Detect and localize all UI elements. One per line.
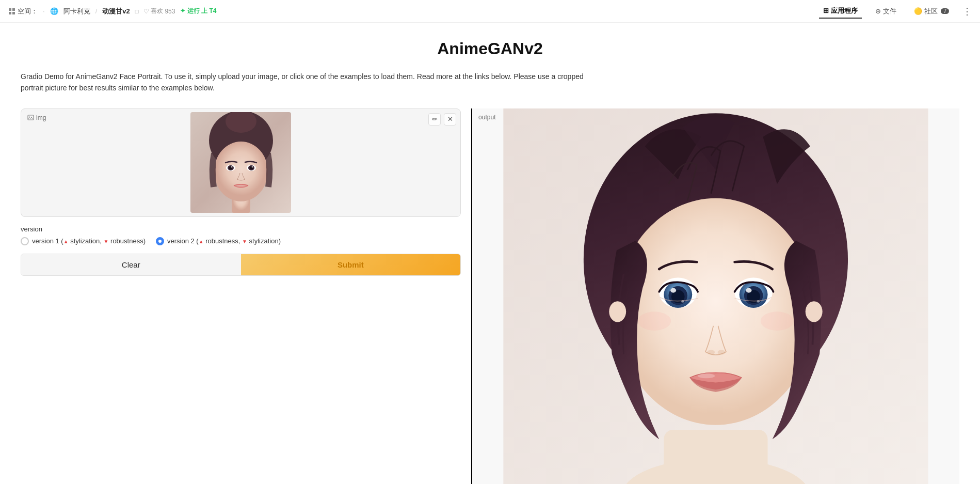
up-triangle-icon: ▲ <box>63 239 69 244</box>
up-triangle-icon-v2: ▲ <box>199 239 204 244</box>
output-label: output <box>478 114 495 121</box>
space-nav: 空间： <box>8 7 38 16</box>
heart-icon: ♡ <box>143 8 149 15</box>
close-icon: ✕ <box>447 115 453 123</box>
down-triangle-icon: ▼ <box>104 239 109 244</box>
nav-item-app[interactable]: ⊞ 应用程序 <box>819 4 862 19</box>
left-panel: img <box>21 108 471 484</box>
down-triangle-icon-v2: ▼ <box>242 239 247 244</box>
action-buttons: Clear Submit <box>21 254 461 276</box>
version2-radio[interactable] <box>156 237 164 245</box>
remove-image-button[interactable]: ✕ <box>444 113 456 126</box>
svg-rect-1 <box>12 8 15 11</box>
svg-point-40 <box>761 311 794 331</box>
svg-rect-3 <box>12 12 15 14</box>
app-name[interactable]: 动漫甘v2 <box>102 7 130 16</box>
image-upload-area[interactable]: img <box>21 108 461 217</box>
svg-point-39 <box>638 311 671 331</box>
topbar-left: 空间： · 🌐 阿卡利克 / 动漫甘v2 □ ♡ 喜欢 953 ✦ 运行 上 T… <box>8 7 216 16</box>
submit-button[interactable]: Submit <box>241 254 461 275</box>
edit-image-button[interactable]: ✏ <box>428 113 441 126</box>
like-label: 喜欢 <box>151 7 163 15</box>
main-content: AnimeGANv2 Gradio Demo for AnimeGanv2 Fa… <box>0 23 980 484</box>
upload-preview <box>21 109 460 216</box>
community-badge: 7 <box>941 8 949 14</box>
upload-controls: ✏ ✕ <box>428 113 456 126</box>
svg-point-10 <box>214 142 268 201</box>
version2-label: version 2 (▲ robustness, ▼ stylization) <box>167 237 281 245</box>
topbar-right: ⊞ 应用程序 ⊕ 文件 🟡 社区 7 ⋮ <box>819 4 972 19</box>
svg-point-28 <box>670 288 676 292</box>
page-description: Gradio Demo for AnimeGanv2 Face Portrait… <box>21 71 588 94</box>
version1-option[interactable]: version 1 (▲ stylization, ▼ robustness) <box>21 237 146 245</box>
file-icon: ⊕ <box>875 7 881 15</box>
nav-item-community[interactable]: 🟡 社区 7 <box>910 5 953 18</box>
svg-rect-2 <box>9 12 11 14</box>
page-title: AnimeGANv2 <box>21 39 959 58</box>
like-section[interactable]: ♡ 喜欢 953 <box>143 7 175 15</box>
svg-point-37 <box>718 350 726 354</box>
svg-rect-4 <box>28 115 34 120</box>
svg-point-36 <box>708 350 715 354</box>
svg-point-34 <box>746 288 752 292</box>
community-icon: 🟡 <box>914 7 922 15</box>
clear-button[interactable]: Clear <box>21 254 241 275</box>
upload-label: img <box>27 114 46 121</box>
version-section: version version 1 (▲ stylization, ▼ robu… <box>21 225 461 276</box>
svg-point-42 <box>806 301 823 322</box>
right-panel: output <box>471 108 959 484</box>
version1-radio[interactable] <box>21 237 29 245</box>
svg-point-18 <box>252 166 253 168</box>
input-portrait-svg <box>190 112 291 213</box>
svg-rect-21 <box>664 430 767 484</box>
output-anime-svg <box>472 108 959 484</box>
user-avatar-icon: 🌐 <box>50 7 58 15</box>
app-icon: ⊞ <box>823 7 829 14</box>
running-icon: ✦ <box>180 7 185 14</box>
image-icon <box>27 114 34 121</box>
more-menu-button[interactable]: ⋮ <box>962 6 972 17</box>
svg-point-14 <box>231 166 233 168</box>
svg-point-41 <box>609 301 626 322</box>
panels-container: img <box>21 108 959 484</box>
running-status: ✦ 运行 上 T4 <box>180 7 216 15</box>
anime-output-area <box>472 108 959 484</box>
like-count: 953 <box>165 8 175 15</box>
svg-rect-0 <box>9 8 11 11</box>
nav-item-file[interactable]: ⊕ 文件 <box>871 5 901 18</box>
blank-icon: □ <box>135 8 139 14</box>
version-label: version <box>21 225 461 233</box>
output-box: output <box>472 108 959 484</box>
edit-icon: ✏ <box>432 115 438 123</box>
version-options: version 1 (▲ stylization, ▼ robustness) … <box>21 237 461 245</box>
topbar: 空间： · 🌐 阿卡利克 / 动漫甘v2 □ ♡ 喜欢 953 ✦ 运行 上 T… <box>0 0 980 23</box>
space-label: 空间： <box>18 7 38 16</box>
user-name[interactable]: 阿卡利克 <box>63 7 90 16</box>
space-icon <box>8 8 15 15</box>
svg-point-38 <box>698 373 715 378</box>
version2-option[interactable]: version 2 (▲ robustness, ▼ stylization) <box>156 237 281 245</box>
version1-label: version 1 (▲ stylization, ▼ robustness) <box>32 237 146 245</box>
